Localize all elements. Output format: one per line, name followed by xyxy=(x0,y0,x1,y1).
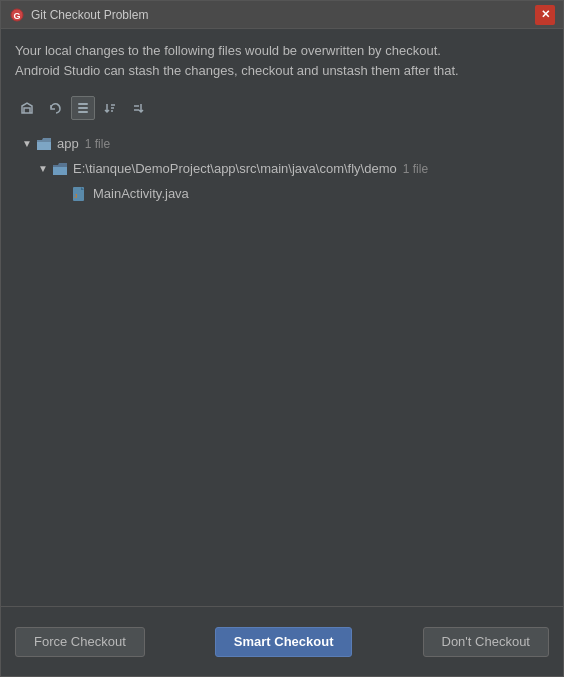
sort2-button[interactable] xyxy=(127,96,151,120)
tree-item-mainactivity[interactable]: J MainActivity.java xyxy=(15,182,549,207)
java-file-icon: J xyxy=(71,186,89,202)
window-title: Git Checkout Problem xyxy=(31,8,148,22)
close-button[interactable]: ✕ xyxy=(535,5,555,25)
file-tree: ▼ app 1 file ▼ xyxy=(15,132,549,596)
path-folder-icon xyxy=(51,161,69,177)
message-line1: Your local changes to the following file… xyxy=(15,43,441,58)
footer: Force Checkout Smart Checkout Don't Chec… xyxy=(1,606,563,676)
file-label: MainActivity.java xyxy=(93,184,189,205)
dont-checkout-button[interactable]: Don't Checkout xyxy=(423,627,549,657)
sort1-button[interactable] xyxy=(99,96,123,120)
expand-arrow-button[interactable] xyxy=(15,96,39,120)
message-line2: Android Studio can stash the changes, ch… xyxy=(15,63,459,78)
tree-item-app[interactable]: ▼ app 1 file xyxy=(15,132,549,157)
toolbar xyxy=(15,92,549,124)
svg-rect-2 xyxy=(78,103,88,105)
app-label: app xyxy=(57,134,79,155)
title-bar: G Git Checkout Problem ✕ xyxy=(1,1,563,29)
title-bar-left: G Git Checkout Problem xyxy=(9,7,148,23)
main-content: Your local changes to the following file… xyxy=(1,29,563,606)
window: G Git Checkout Problem ✕ Your local chan… xyxy=(0,0,564,677)
svg-rect-4 xyxy=(78,111,88,113)
svg-text:J: J xyxy=(74,193,77,199)
group-by-file-button[interactable] xyxy=(71,96,95,120)
git-icon: G xyxy=(9,7,25,23)
path-arrow: ▼ xyxy=(35,161,51,177)
force-checkout-button[interactable]: Force Checkout xyxy=(15,627,145,657)
path-count: 1 file xyxy=(403,160,428,179)
smart-checkout-button[interactable]: Smart Checkout xyxy=(215,627,353,657)
svg-rect-3 xyxy=(78,107,88,109)
app-count: 1 file xyxy=(85,135,110,154)
message: Your local changes to the following file… xyxy=(15,41,549,80)
path-label: E:\tianque\DemoProject\app\src\main\java… xyxy=(73,159,397,180)
tree-item-path[interactable]: ▼ E:\tianque\DemoProject\app\src\main\ja… xyxy=(15,157,549,182)
app-arrow: ▼ xyxy=(19,136,35,152)
svg-text:G: G xyxy=(13,11,20,21)
undo-button[interactable] xyxy=(43,96,67,120)
app-folder-icon xyxy=(35,136,53,152)
